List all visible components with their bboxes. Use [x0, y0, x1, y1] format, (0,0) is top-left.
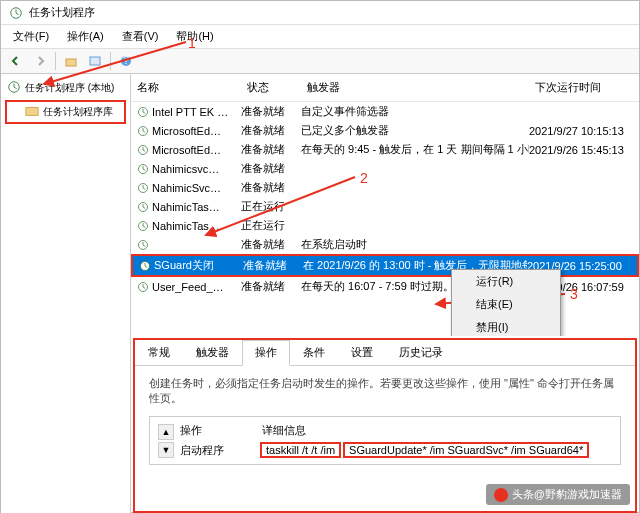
task-status: 准备就绪 [241, 180, 301, 195]
ctx-disable[interactable]: 禁用(I) [452, 316, 560, 336]
titlebar: 任务计划程序 [1, 1, 639, 25]
sidebar: 任务计划程序 (本地) 任务计划程序库 [1, 74, 131, 513]
cmd-part1: taskkill /t /t /im [260, 442, 341, 458]
menu-help[interactable]: 帮助(H) [168, 27, 221, 46]
cmd-part2: SGuardUpdate* /im SGuardSvc* /im SGuard6… [343, 442, 589, 458]
task-trigger: 已定义多个触发器 [301, 123, 529, 138]
menu-file[interactable]: 文件(F) [5, 27, 57, 46]
svg-rect-2 [90, 57, 100, 65]
task-name: Intel PTT EK … [152, 106, 228, 118]
pager-up[interactable]: ▲ [158, 424, 174, 440]
svg-rect-6 [26, 108, 38, 116]
back-button[interactable] [5, 51, 27, 71]
action-type: 启动程序 [180, 443, 260, 458]
task-name: MicrosoftEd… [152, 125, 221, 137]
task-status: 准备就绪 [243, 258, 303, 273]
table-row[interactable]: MicrosoftEd…准备就绪已定义多个触发器2021/9/27 10:15:… [131, 121, 639, 140]
detail-hint: 创建任务时，必须指定任务启动时发生的操作。若要更改这些操作，使用 "属性" 命令… [149, 376, 621, 406]
menu-view[interactable]: 查看(V) [114, 27, 167, 46]
menubar: 文件(F) 操作(A) 查看(V) 帮助(H) [1, 25, 639, 49]
task-trigger: 在系统启动时 [301, 237, 529, 252]
task-status: 准备就绪 [241, 279, 301, 294]
table-row[interactable]: User_Feed_…准备就绪在每天的 16:07 - 7:59 时过期。202… [131, 277, 639, 296]
task-status: 准备就绪 [241, 104, 301, 119]
watermark: 头条@野豹游戏加速器 [486, 484, 630, 505]
task-name: MicrosoftEd… [152, 144, 221, 156]
forward-button[interactable] [29, 51, 51, 71]
tree-library-label: 任务计划程序库 [43, 105, 113, 119]
svg-text:?: ? [123, 54, 129, 66]
tab-settings[interactable]: 设置 [338, 340, 386, 365]
task-name: Nahimicsvc… [152, 163, 219, 175]
task-next: 2021/9/26 15:45:13 [529, 144, 639, 156]
tree-root-label: 任务计划程序 (本地) [25, 81, 114, 95]
action-box: ▲ ▼ 操作 详细信息 启动程序 taskkill /t /t /im SGua… [149, 416, 621, 465]
up-button[interactable] [60, 51, 82, 71]
menu-action[interactable]: 操作(A) [59, 27, 112, 46]
app-icon [9, 6, 23, 20]
task-status: 准备就绪 [241, 142, 301, 157]
tab-triggers[interactable]: 触发器 [183, 340, 242, 365]
watermark-icon [494, 488, 508, 502]
watermark-text: 头条@野豹游戏加速器 [512, 487, 622, 502]
task-status: 正在运行 [241, 218, 301, 233]
help-button[interactable]: ? [115, 51, 137, 71]
col-next[interactable]: 下次运行时间 [529, 78, 639, 97]
folder-icon [25, 104, 39, 120]
task-status: 准备就绪 [241, 237, 301, 252]
action-col-header: 操作 [180, 423, 202, 438]
action-row[interactable]: 启动程序 taskkill /t /t /im SGuardUpdate* /i… [180, 442, 614, 458]
table-row[interactable]: SGuard关闭准备就绪在 2021/9/26 的 13:00 时 - 触发后，… [131, 254, 639, 277]
tab-conditions[interactable]: 条件 [290, 340, 338, 365]
task-name: SGuard关闭 [154, 258, 214, 273]
context-menu: 运行(R) 结束(E) 禁用(I) 导出(X)... 属性(P) 删除(D) [451, 269, 561, 336]
task-name: NahimicTas… [152, 220, 220, 232]
table-row[interactable]: MicrosoftEd…准备就绪在每天的 9:45 - 触发后，在 1 天 期间… [131, 140, 639, 159]
tree-root[interactable]: 任务计划程序 (本地) [5, 78, 126, 98]
task-grid: 名称 状态 触发器 下次运行时间 Intel PTT EK …准备就绪自定义事件… [131, 74, 639, 336]
tree-library[interactable]: 任务计划程序库 [5, 100, 126, 124]
table-row[interactable]: NahimicTas…正在运行 [131, 197, 639, 216]
task-next: 2021/9/27 10:15:13 [529, 125, 639, 137]
ctx-end[interactable]: 结束(E) [452, 293, 560, 316]
task-name: User_Feed_… [152, 281, 224, 293]
window-title: 任务计划程序 [29, 5, 95, 20]
col-name[interactable]: 名称 [131, 78, 241, 97]
task-trigger: 在每天的 9:45 - 触发后，在 1 天 期间每隔 1 小时 重复一次。 [301, 142, 529, 157]
detail-tabs: 常规 触发器 操作 条件 设置 历史记录 [135, 340, 635, 366]
table-row[interactable]: 准备就绪在系统启动时 [131, 235, 639, 254]
grid-header: 名称 状态 触发器 下次运行时间 [131, 74, 639, 102]
ctx-run[interactable]: 运行(R) [452, 270, 560, 293]
task-status: 正在运行 [241, 199, 301, 214]
task-status: 准备就绪 [241, 161, 301, 176]
table-row[interactable]: NahimicSvc…准备就绪 [131, 178, 639, 197]
tab-general[interactable]: 常规 [135, 340, 183, 365]
tab-actions[interactable]: 操作 [242, 340, 290, 366]
table-row[interactable]: Intel PTT EK …准备就绪自定义事件筛选器 [131, 102, 639, 121]
col-trigger[interactable]: 触发器 [301, 78, 529, 97]
tab-history[interactable]: 历史记录 [386, 340, 456, 365]
task-name: NahimicTas… [152, 201, 220, 213]
detail-col-header: 详细信息 [262, 423, 306, 438]
col-status[interactable]: 状态 [241, 78, 301, 97]
table-row[interactable]: Nahimicsvc…准备就绪 [131, 159, 639, 178]
clock-icon [7, 80, 21, 96]
task-status: 准备就绪 [241, 123, 301, 138]
svg-rect-1 [66, 59, 76, 66]
task-name: NahimicSvc… [152, 182, 221, 194]
task-trigger: 自定义事件筛选器 [301, 104, 529, 119]
table-row[interactable]: NahimicTas…正在运行 [131, 216, 639, 235]
pager-down[interactable]: ▼ [158, 442, 174, 458]
toolbar: ? [1, 49, 639, 74]
refresh-button[interactable] [84, 51, 106, 71]
